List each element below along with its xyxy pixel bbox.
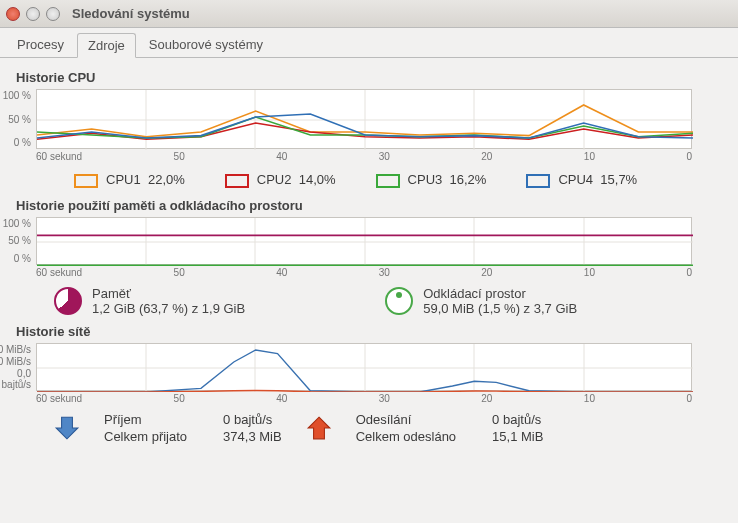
- memory-y-axis: 100 % 50 % 0 %: [1, 218, 35, 264]
- cpu-chart: 100 % 50 % 0 %: [36, 89, 692, 149]
- swap-item[interactable]: Odkládací prostor 59,0 MiB (1,5 %) z 3,7…: [385, 286, 577, 316]
- network-y-axis: 4,0 MiB/s 2,0 MiB/s 0,0 bajtů/s: [0, 344, 35, 390]
- upload-arrow-icon: [306, 415, 332, 441]
- close-icon[interactable]: [6, 7, 20, 21]
- memory-chart: 100 % 50 % 0 %: [36, 217, 692, 265]
- swatch-cpu3: [376, 174, 400, 188]
- tab-filesystems[interactable]: Souborové systémy: [138, 32, 274, 57]
- swap-pie-icon: [385, 287, 413, 315]
- recv-stats: Příjem0 bajtů/s Celkem přijato374,3 MiB: [104, 412, 282, 444]
- tab-bar: Procesy Zdroje Souborové systémy: [0, 28, 738, 58]
- network-x-axis: 60 sekund50 4030 2010 0: [36, 393, 692, 404]
- minimize-icon[interactable]: [26, 7, 40, 21]
- titlebar: Sledování systému: [0, 0, 738, 28]
- cpu-section-title: Historie CPU: [16, 70, 724, 85]
- cpu-y-axis: 100 % 50 % 0 %: [1, 90, 35, 148]
- legend-cpu3[interactable]: CPU3 16,2%: [376, 172, 487, 188]
- network-summary: Příjem0 bajtů/s Celkem přijato374,3 MiB …: [54, 412, 724, 444]
- legend-cpu2[interactable]: CPU2 14,0%: [225, 172, 336, 188]
- download-arrow-icon: [54, 415, 80, 441]
- swatch-cpu2: [225, 174, 249, 188]
- cpu-x-axis: 60 sekund50 4030 2010 0: [36, 151, 692, 162]
- memory-summary: Paměť 1,2 GiB (63,7 %) z 1,9 GiB Odkláda…: [54, 286, 724, 316]
- send-stats: Odesílání0 bajtů/s Celkem odesláno15,1 M…: [356, 412, 544, 444]
- swatch-cpu1: [74, 174, 98, 188]
- window-title: Sledování systému: [72, 6, 190, 21]
- memory-x-axis: 60 sekund50 4030 2010 0: [36, 267, 692, 278]
- swatch-cpu4: [526, 174, 550, 188]
- memory-section-title: Historie použití paměti a odkládacího pr…: [16, 198, 724, 213]
- tab-resources[interactable]: Zdroje: [77, 33, 136, 58]
- tab-processes[interactable]: Procesy: [6, 32, 75, 57]
- legend-cpu1[interactable]: CPU1 22,0%: [74, 172, 185, 188]
- memory-item[interactable]: Paměť 1,2 GiB (63,7 %) z 1,9 GiB: [54, 286, 245, 316]
- memory-pie-icon: [54, 287, 82, 315]
- network-chart: 4,0 MiB/s 2,0 MiB/s 0,0 bajtů/s: [36, 343, 692, 391]
- network-section-title: Historie sítě: [16, 324, 724, 339]
- cpu-legend: CPU1 22,0% CPU2 14,0% CPU3 16,2% CPU4 15…: [74, 172, 724, 188]
- maximize-icon[interactable]: [46, 7, 60, 21]
- content-area: Historie CPU 100 % 50 % 0 % 60 sekund50 …: [0, 58, 738, 450]
- legend-cpu4[interactable]: CPU4 15,7%: [526, 172, 637, 188]
